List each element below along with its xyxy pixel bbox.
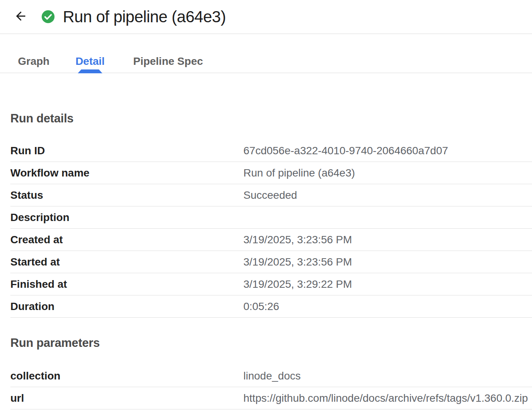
table-row-duration: Duration 0:05:26 xyxy=(10,295,532,318)
row-label: Description xyxy=(10,211,243,224)
row-value: Run of pipeline (a64e3) xyxy=(243,167,355,179)
table-row-workflow-name: Workflow name Run of pipeline (a64e3) xyxy=(10,162,532,184)
row-label: Started at xyxy=(10,256,243,268)
table-row-run-id: Run ID 67cd056e-a322-4010-9740-2064660a7… xyxy=(10,140,532,162)
back-button[interactable] xyxy=(13,9,29,25)
active-tab-indicator xyxy=(78,69,102,73)
run-details-table: Run ID 67cd056e-a322-4010-9740-2064660a7… xyxy=(10,140,532,318)
table-row-status: Status Succeeded xyxy=(10,184,532,206)
row-value: 3/19/2025, 3:23:56 PM xyxy=(243,234,352,246)
tab-pipeline-spec-label: Pipeline Spec xyxy=(133,55,203,68)
row-value: 67cd056e-a322-4010-9740-2064660a7d07 xyxy=(243,145,448,157)
row-label: Status xyxy=(10,189,243,201)
table-row-finished-at: Finished at 3/19/2025, 3:29:22 PM xyxy=(10,273,532,295)
row-value: 3/19/2025, 3:23:56 PM xyxy=(243,256,352,268)
check-circle-icon xyxy=(41,10,55,23)
row-label: collection xyxy=(10,370,243,382)
tab-pipeline-spec[interactable]: Pipeline Spec xyxy=(123,34,213,73)
table-row-collection: collection linode_docs xyxy=(10,365,532,387)
run-parameters-table: collection linode_docs url https://githu… xyxy=(10,365,532,409)
tab-bar: Graph Detail Pipeline Spec xyxy=(0,34,532,73)
page-title: Run of pipeline (a64e3) xyxy=(63,8,226,26)
table-row-created-at: Created at 3/19/2025, 3:23:56 PM xyxy=(10,229,532,251)
tab-detail-label: Detail xyxy=(76,55,105,68)
tab-graph-label: Graph xyxy=(18,55,49,68)
page-header: Run of pipeline (a64e3) xyxy=(0,0,532,34)
row-label: Workflow name xyxy=(10,167,243,179)
row-value: Succeeded xyxy=(243,189,297,201)
row-label: url xyxy=(10,392,243,404)
row-label: Finished at xyxy=(10,278,243,290)
row-value: https://github.com/linode/docs/archive/r… xyxy=(243,392,528,404)
row-value: linode_docs xyxy=(243,370,300,382)
table-row-started-at: Started at 3/19/2025, 3:23:56 PM xyxy=(10,251,532,273)
detail-panel: Run details Run ID 67cd056e-a322-4010-97… xyxy=(0,112,532,409)
row-value: 0:05:26 xyxy=(243,300,279,313)
arrow-left-icon xyxy=(14,9,28,24)
row-value: 3/19/2025, 3:29:22 PM xyxy=(243,278,352,290)
tab-detail[interactable]: Detail xyxy=(57,34,123,73)
row-label: Created at xyxy=(10,234,243,246)
tab-graph[interactable]: Graph xyxy=(10,34,57,73)
table-row-description: Description xyxy=(10,206,532,229)
run-details-heading: Run details xyxy=(10,112,532,125)
row-label: Run ID xyxy=(10,145,243,157)
row-label: Duration xyxy=(10,300,243,313)
run-parameters-heading: Run parameters xyxy=(10,336,532,350)
table-row-url: url https://github.com/linode/docs/archi… xyxy=(10,387,532,409)
